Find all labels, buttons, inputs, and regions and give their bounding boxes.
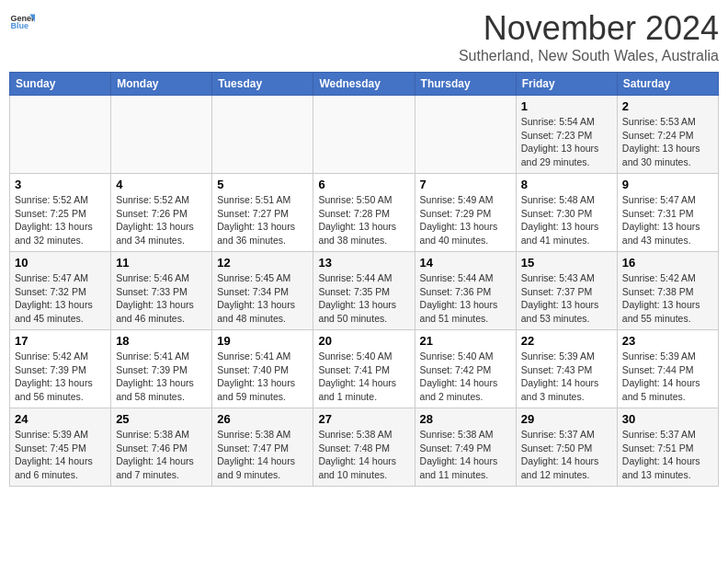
day-number: 12 [217, 256, 308, 270]
day-info: Sunrise: 5:47 AM Sunset: 7:32 PM Dayligh… [15, 271, 106, 326]
calendar-week-row: 24Sunrise: 5:39 AM Sunset: 7:45 PM Dayli… [10, 408, 719, 487]
calendar-cell: 29Sunrise: 5:37 AM Sunset: 7:50 PM Dayli… [516, 408, 617, 487]
day-info: Sunrise: 5:44 AM Sunset: 7:36 PM Dayligh… [420, 271, 511, 326]
day-info: Sunrise: 5:39 AM Sunset: 7:43 PM Dayligh… [521, 350, 612, 404]
day-info: Sunrise: 5:45 AM Sunset: 7:34 PM Dayligh… [217, 271, 308, 326]
day-number: 18 [116, 334, 207, 348]
day-info: Sunrise: 5:52 AM Sunset: 7:26 PM Dayligh… [116, 193, 207, 247]
day-number: 9 [622, 178, 713, 191]
calendar-cell: 20Sunrise: 5:40 AM Sunset: 7:41 PM Dayli… [313, 330, 415, 408]
day-info: Sunrise: 5:47 AM Sunset: 7:31 PM Dayligh… [622, 193, 713, 247]
calendar-header-friday: Friday [516, 73, 617, 96]
calendar-week-row: 10Sunrise: 5:47 AM Sunset: 7:32 PM Dayli… [10, 252, 719, 330]
day-number: 7 [420, 178, 511, 191]
day-number: 8 [521, 178, 612, 191]
calendar-cell: 23Sunrise: 5:39 AM Sunset: 7:44 PM Dayli… [617, 330, 718, 408]
day-number: 28 [420, 412, 511, 426]
day-info: Sunrise: 5:41 AM Sunset: 7:40 PM Dayligh… [217, 350, 308, 404]
day-info: Sunrise: 5:51 AM Sunset: 7:27 PM Dayligh… [217, 193, 308, 247]
day-info: Sunrise: 5:50 AM Sunset: 7:28 PM Dayligh… [318, 193, 409, 247]
calendar-cell: 19Sunrise: 5:41 AM Sunset: 7:40 PM Dayli… [212, 330, 313, 408]
calendar-cell: 10Sunrise: 5:47 AM Sunset: 7:32 PM Dayli… [10, 252, 111, 330]
calendar-header-sunday: Sunday [10, 73, 111, 96]
calendar-cell: 18Sunrise: 5:41 AM Sunset: 7:39 PM Dayli… [111, 330, 212, 408]
calendar-week-row: 17Sunrise: 5:42 AM Sunset: 7:39 PM Dayli… [10, 330, 719, 408]
calendar-header-monday: Monday [111, 73, 212, 96]
calendar-cell: 5Sunrise: 5:51 AM Sunset: 7:27 PM Daylig… [212, 174, 313, 252]
calendar-cell: 1Sunrise: 5:54 AM Sunset: 7:23 PM Daylig… [516, 96, 617, 174]
day-number: 13 [318, 256, 409, 270]
day-number: 29 [521, 412, 612, 426]
calendar-week-row: 1Sunrise: 5:54 AM Sunset: 7:23 PM Daylig… [10, 96, 719, 174]
header: General Blue November 2024 Sutherland, N… [9, 9, 719, 64]
location-title: Sutherland, New South Wales, Australia [459, 48, 719, 64]
day-info: Sunrise: 5:37 AM Sunset: 7:50 PM Dayligh… [521, 428, 612, 482]
day-number: 15 [521, 256, 612, 270]
month-title: November 2024 [459, 9, 719, 48]
day-number: 23 [622, 334, 713, 348]
calendar-cell: 4Sunrise: 5:52 AM Sunset: 7:26 PM Daylig… [111, 174, 212, 252]
day-number: 6 [318, 178, 409, 191]
calendar-cell: 12Sunrise: 5:45 AM Sunset: 7:34 PM Dayli… [212, 252, 313, 330]
day-number: 16 [622, 256, 713, 270]
calendar-cell: 30Sunrise: 5:37 AM Sunset: 7:51 PM Dayli… [617, 408, 718, 487]
calendar-cell: 9Sunrise: 5:47 AM Sunset: 7:31 PM Daylig… [617, 174, 718, 252]
day-info: Sunrise: 5:46 AM Sunset: 7:33 PM Dayligh… [116, 271, 207, 326]
day-info: Sunrise: 5:40 AM Sunset: 7:41 PM Dayligh… [318, 350, 409, 404]
day-info: Sunrise: 5:38 AM Sunset: 7:47 PM Dayligh… [217, 428, 308, 482]
calendar-cell: 17Sunrise: 5:42 AM Sunset: 7:39 PM Dayli… [10, 330, 111, 408]
calendar-cell: 11Sunrise: 5:46 AM Sunset: 7:33 PM Dayli… [111, 252, 212, 330]
day-number: 22 [521, 334, 612, 348]
title-area: November 2024 Sutherland, New South Wale… [459, 9, 719, 64]
calendar-cell [212, 96, 313, 174]
calendar-cell [415, 96, 516, 174]
day-info: Sunrise: 5:48 AM Sunset: 7:30 PM Dayligh… [521, 193, 612, 247]
calendar-cell: 26Sunrise: 5:38 AM Sunset: 7:47 PM Dayli… [212, 408, 313, 487]
day-number: 27 [318, 412, 409, 426]
day-info: Sunrise: 5:41 AM Sunset: 7:39 PM Dayligh… [116, 350, 207, 404]
day-info: Sunrise: 5:53 AM Sunset: 7:24 PM Dayligh… [622, 115, 713, 169]
day-number: 21 [420, 334, 511, 348]
day-info: Sunrise: 5:44 AM Sunset: 7:35 PM Dayligh… [318, 271, 409, 326]
day-info: Sunrise: 5:54 AM Sunset: 7:23 PM Dayligh… [521, 115, 612, 169]
calendar-cell: 25Sunrise: 5:38 AM Sunset: 7:46 PM Dayli… [111, 408, 212, 487]
calendar-header-thursday: Thursday [415, 73, 516, 96]
day-number: 26 [217, 412, 308, 426]
day-info: Sunrise: 5:38 AM Sunset: 7:48 PM Dayligh… [318, 428, 409, 482]
calendar-cell: 15Sunrise: 5:43 AM Sunset: 7:37 PM Dayli… [516, 252, 617, 330]
day-info: Sunrise: 5:39 AM Sunset: 7:45 PM Dayligh… [15, 428, 106, 482]
calendar-header-row: SundayMondayTuesdayWednesdayThursdayFrid… [10, 73, 719, 96]
calendar-table: SundayMondayTuesdayWednesdayThursdayFrid… [9, 72, 719, 487]
calendar-header-wednesday: Wednesday [313, 73, 415, 96]
calendar-cell: 14Sunrise: 5:44 AM Sunset: 7:36 PM Dayli… [415, 252, 516, 330]
day-number: 20 [318, 334, 409, 348]
calendar-cell: 8Sunrise: 5:48 AM Sunset: 7:30 PM Daylig… [516, 174, 617, 252]
calendar-cell: 27Sunrise: 5:38 AM Sunset: 7:48 PM Dayli… [313, 408, 415, 487]
day-number: 4 [116, 178, 207, 191]
day-info: Sunrise: 5:52 AM Sunset: 7:25 PM Dayligh… [15, 193, 106, 247]
calendar-week-row: 3Sunrise: 5:52 AM Sunset: 7:25 PM Daylig… [10, 174, 719, 252]
calendar-header-saturday: Saturday [617, 73, 718, 96]
calendar-cell: 2Sunrise: 5:53 AM Sunset: 7:24 PM Daylig… [617, 96, 718, 174]
day-number: 17 [15, 334, 106, 348]
day-number: 11 [116, 256, 207, 270]
day-number: 10 [15, 256, 106, 270]
day-info: Sunrise: 5:42 AM Sunset: 7:38 PM Dayligh… [622, 271, 713, 326]
calendar-cell: 6Sunrise: 5:50 AM Sunset: 7:28 PM Daylig… [313, 174, 415, 252]
day-info: Sunrise: 5:37 AM Sunset: 7:51 PM Dayligh… [622, 428, 713, 482]
day-info: Sunrise: 5:40 AM Sunset: 7:42 PM Dayligh… [420, 350, 511, 404]
calendar-header-tuesday: Tuesday [212, 73, 313, 96]
day-info: Sunrise: 5:38 AM Sunset: 7:49 PM Dayligh… [420, 428, 511, 482]
calendar-cell [10, 96, 111, 174]
day-number: 19 [217, 334, 308, 348]
day-number: 5 [217, 178, 308, 191]
calendar-cell: 16Sunrise: 5:42 AM Sunset: 7:38 PM Dayli… [617, 252, 718, 330]
day-number: 14 [420, 256, 511, 270]
calendar-cell: 7Sunrise: 5:49 AM Sunset: 7:29 PM Daylig… [415, 174, 516, 252]
day-info: Sunrise: 5:49 AM Sunset: 7:29 PM Dayligh… [420, 193, 511, 247]
day-info: Sunrise: 5:43 AM Sunset: 7:37 PM Dayligh… [521, 271, 612, 326]
day-number: 30 [622, 412, 713, 426]
calendar-cell: 21Sunrise: 5:40 AM Sunset: 7:42 PM Dayli… [415, 330, 516, 408]
calendar-cell: 22Sunrise: 5:39 AM Sunset: 7:43 PM Dayli… [516, 330, 617, 408]
calendar-cell [111, 96, 212, 174]
